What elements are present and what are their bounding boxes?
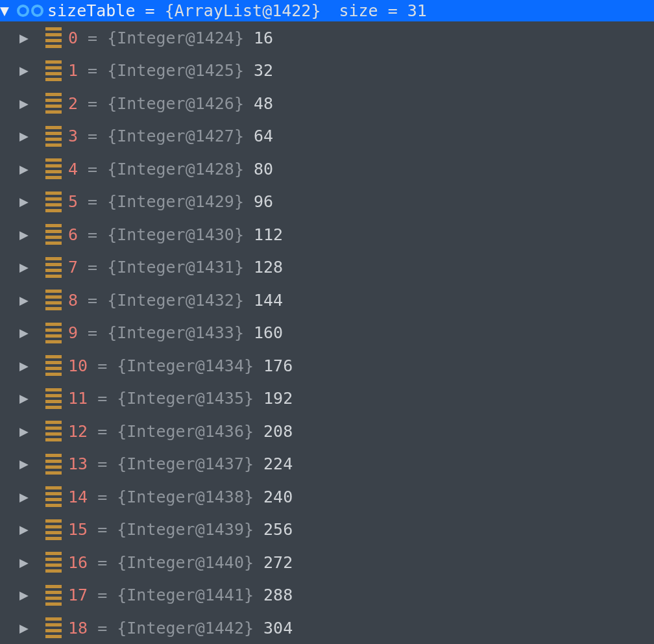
- element-index: 11: [68, 390, 88, 406]
- element-index: 9: [68, 325, 78, 341]
- element-class-ref: {Integer@1432}: [107, 292, 244, 308]
- expand-icon[interactable]: ▶: [19, 31, 36, 45]
- expand-icon[interactable]: ▶: [19, 621, 36, 636]
- element-class-ref: {Integer@1428}: [107, 161, 244, 177]
- variable-element-row[interactable]: ▶ 10 = {Integer@1434} 176: [0, 349, 654, 382]
- element-index: 5: [68, 193, 78, 210]
- variable-element-row[interactable]: ▶ 6 = {Integer@1430} 112: [0, 218, 654, 251]
- element-index: 14: [68, 489, 88, 505]
- element-index: 2: [68, 95, 78, 112]
- equals-sign: =: [78, 259, 107, 275]
- element-value: 64: [244, 128, 273, 144]
- element-index: 13: [68, 456, 88, 472]
- expand-icon[interactable]: ▶: [19, 63, 36, 78]
- equals-sign: =: [88, 554, 117, 571]
- array-element-icon: [45, 126, 62, 147]
- element-class-ref: {Integer@1442}: [117, 620, 254, 636]
- variable-element-row[interactable]: ▶ 8 = {Integer@1432} 144: [0, 284, 654, 317]
- variable-element-row[interactable]: ▶ 0 = {Integer@1424} 16: [0, 21, 654, 55]
- element-value: 224: [254, 456, 293, 472]
- expand-icon[interactable]: ▶: [19, 456, 36, 471]
- element-index: 1: [68, 62, 78, 79]
- variable-element-row[interactable]: ▶ 1 = {Integer@1425} 32: [0, 55, 654, 88]
- variable-element-row[interactable]: ▶ 13 = {Integer@1437} 224: [0, 448, 654, 481]
- expand-icon[interactable]: ▶: [19, 129, 36, 143]
- array-element-icon: [45, 486, 62, 507]
- element-value: 176: [254, 358, 293, 374]
- expand-icon[interactable]: ▶: [19, 325, 36, 340]
- variable-class-ref: {ArrayList@1422}: [165, 3, 321, 19]
- variable-element-row[interactable]: ▶ 17 = {Integer@1441} 288: [0, 579, 654, 612]
- element-value: 48: [244, 95, 273, 112]
- watch-icon: [17, 5, 43, 17]
- array-element-icon: [45, 355, 62, 376]
- expand-icon[interactable]: ▶: [19, 588, 36, 602]
- element-value: 96: [244, 193, 273, 210]
- element-value: 288: [254, 587, 293, 603]
- expand-icon[interactable]: ▶: [19, 260, 36, 275]
- variable-element-row[interactable]: ▶ 7 = {Integer@1431} 128: [0, 251, 654, 284]
- variable-element-row[interactable]: ▶ 15 = {Integer@1439} 256: [0, 514, 654, 547]
- array-element-icon: [45, 158, 62, 179]
- variable-element-row[interactable]: ▶ 14 = {Integer@1438} 240: [0, 480, 654, 514]
- element-index: 12: [68, 423, 88, 440]
- element-class-ref: {Integer@1434}: [117, 358, 254, 374]
- equals-sign: =: [88, 489, 117, 505]
- element-class-ref: {Integer@1424}: [107, 30, 244, 46]
- variable-element-row[interactable]: ▶ 3 = {Integer@1427} 64: [0, 120, 654, 153]
- element-class-ref: {Integer@1430}: [107, 227, 244, 243]
- equals-sign: =: [78, 161, 107, 177]
- variable-element-row[interactable]: ▶ 9 = {Integer@1433} 160: [0, 317, 654, 350]
- element-value: 144: [244, 292, 283, 308]
- expand-icon[interactable]: ▶: [19, 293, 36, 308]
- equals-sign: =: [78, 30, 107, 46]
- element-class-ref: {Integer@1425}: [107, 62, 244, 79]
- variable-element-row[interactable]: ▶ 18 = {Integer@1442} 304: [0, 612, 654, 644]
- array-element-icon: [45, 585, 62, 606]
- expand-icon[interactable]: ▶: [19, 96, 36, 111]
- element-index: 16: [68, 554, 88, 571]
- variable-size-label: size = 31: [339, 3, 426, 19]
- variable-element-row[interactable]: ▶ 12 = {Integer@1436} 208: [0, 415, 654, 448]
- array-element-icon: [45, 454, 62, 475]
- element-class-ref: {Integer@1435}: [117, 390, 254, 406]
- expand-icon[interactable]: ▶: [19, 489, 36, 504]
- variable-element-row[interactable]: ▶ 16 = {Integer@1440} 272: [0, 546, 654, 579]
- element-index: 7: [68, 259, 78, 275]
- expand-icon[interactable]: ▶: [19, 391, 36, 406]
- variable-name: sizeTable: [47, 3, 135, 19]
- array-element-icon: [45, 93, 62, 114]
- expand-icon[interactable]: ▶: [19, 555, 36, 570]
- element-value: 80: [244, 161, 273, 177]
- variable-element-row[interactable]: ▶ 11 = {Integer@1435} 192: [0, 382, 654, 415]
- variable-children: ▶ 0 = {Integer@1424} 16 ▶ 1 = {Integer@1…: [0, 21, 654, 644]
- array-element-icon: [45, 224, 62, 245]
- equals-sign: =: [88, 358, 117, 374]
- expand-icon[interactable]: ▶: [19, 522, 36, 537]
- expand-icon[interactable]: ▶: [19, 358, 36, 373]
- array-element-icon: [45, 388, 62, 409]
- variable-element-row[interactable]: ▶ 2 = {Integer@1426} 48: [0, 87, 654, 120]
- element-index: 0: [68, 30, 78, 46]
- element-class-ref: {Integer@1438}: [117, 489, 254, 505]
- collapse-icon[interactable]: ▼: [0, 3, 17, 18]
- array-element-icon: [45, 421, 62, 441]
- variable-root-row[interactable]: ▼ sizeTable = {ArrayList@1422} size = 31: [0, 0, 654, 21]
- array-element-icon: [45, 290, 62, 310]
- expand-icon[interactable]: ▶: [19, 194, 36, 209]
- element-value: 304: [254, 620, 293, 636]
- element-class-ref: {Integer@1439}: [117, 521, 254, 538]
- expand-icon[interactable]: ▶: [19, 162, 36, 177]
- element-class-ref: {Integer@1437}: [117, 456, 254, 472]
- array-element-icon: [45, 323, 62, 343]
- element-value: 160: [244, 325, 283, 341]
- expand-icon[interactable]: ▶: [19, 424, 36, 439]
- equals-sign: =: [88, 587, 117, 603]
- element-index: 17: [68, 587, 88, 603]
- equals-sign: =: [88, 423, 117, 440]
- expand-icon[interactable]: ▶: [19, 227, 36, 242]
- variable-element-row[interactable]: ▶ 5 = {Integer@1429} 96: [0, 186, 654, 219]
- element-index: 10: [68, 358, 88, 374]
- element-index: 6: [68, 227, 78, 243]
- variable-element-row[interactable]: ▶ 4 = {Integer@1428} 80: [0, 153, 654, 186]
